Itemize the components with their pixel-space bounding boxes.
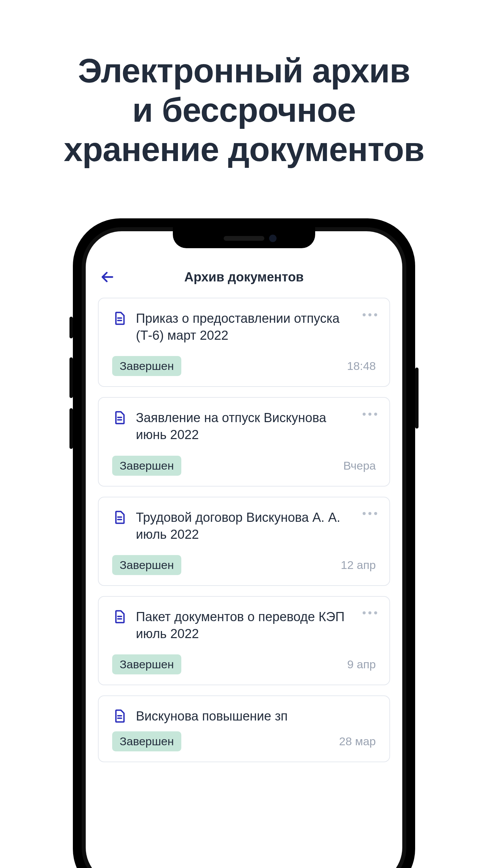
document-card[interactable]: Приказ о предоставлении отпуска (Т-6) ма… <box>98 298 390 387</box>
document-icon <box>112 609 127 624</box>
back-button[interactable] <box>98 268 117 287</box>
phone-bezel: Архив документов <box>82 227 406 868</box>
phone-volume-down <box>69 408 73 449</box>
dots-icon <box>368 313 371 316</box>
status-badge: Завершен <box>112 456 181 476</box>
more-button[interactable] <box>360 507 379 520</box>
document-icon <box>112 708 127 723</box>
document-card[interactable]: Вискунова повышение зп Завершен 28 мар <box>98 695 390 762</box>
dots-icon <box>368 413 371 416</box>
app-header: Архив документов <box>86 262 402 292</box>
status-badge: Завершен <box>112 731 181 751</box>
dots-icon <box>374 413 377 416</box>
document-timestamp: 18:48 <box>347 359 376 373</box>
headline-line: Электронный архив <box>78 52 410 90</box>
dots-icon <box>363 313 366 316</box>
document-title: Приказ о предоставлении отпуска (Т-6) ма… <box>136 310 376 344</box>
document-card[interactable]: Трудовой договор Вискунова А. А. июль 20… <box>98 497 390 586</box>
dots-icon <box>368 611 371 614</box>
more-button[interactable] <box>360 407 379 421</box>
status-badge: Завершен <box>112 555 181 575</box>
document-list[interactable]: Приказ о предоставлении отпуска (Т-6) ма… <box>86 292 402 762</box>
dots-icon <box>363 611 366 614</box>
document-icon <box>112 311 127 326</box>
more-button[interactable] <box>360 606 379 620</box>
dots-icon <box>374 313 377 316</box>
dots-icon <box>374 611 377 614</box>
arrow-left-icon <box>100 270 115 284</box>
page-title: Архив документов <box>86 270 402 284</box>
document-card[interactable]: Заявление на отпуск Вискунова июнь 2022 … <box>98 397 390 486</box>
phone-volume-up <box>69 357 73 398</box>
document-card[interactable]: Пакет документов о переводе КЭП июль 202… <box>98 596 390 685</box>
document-timestamp: Вчера <box>343 459 376 472</box>
phone-notch <box>173 227 315 248</box>
phone-power-button <box>415 368 419 429</box>
phone-mockup: Архив документов <box>73 218 415 868</box>
document-icon <box>112 510 127 525</box>
status-badge: Завершен <box>112 356 181 376</box>
document-title: Заявление на отпуск Вискунова июнь 2022 <box>136 409 376 443</box>
document-title: Пакет документов о переводе КЭП июль 202… <box>136 608 376 642</box>
document-title: Вискунова повышение зп <box>136 708 376 725</box>
headline-line: хранение документов <box>64 130 424 168</box>
document-timestamp: 9 апр <box>347 658 376 671</box>
status-badge: Завершен <box>112 654 181 674</box>
dots-icon <box>368 512 371 515</box>
document-icon <box>112 410 127 425</box>
phone-mute-switch <box>69 317 73 338</box>
document-timestamp: 12 апр <box>341 558 376 572</box>
dots-icon <box>363 413 366 416</box>
dots-icon <box>374 512 377 515</box>
phone-screen: Архив документов <box>86 231 402 868</box>
headline-line: и бессрочное <box>132 91 355 129</box>
document-title: Трудовой договор Вискунова А. А. июль 20… <box>136 509 376 543</box>
app-root: Архив документов <box>86 231 402 868</box>
marketing-headline: Электронный архив и бессрочное хранение … <box>0 51 488 169</box>
dots-icon <box>363 512 366 515</box>
document-timestamp: 28 мар <box>339 735 376 748</box>
more-button[interactable] <box>360 308 379 321</box>
